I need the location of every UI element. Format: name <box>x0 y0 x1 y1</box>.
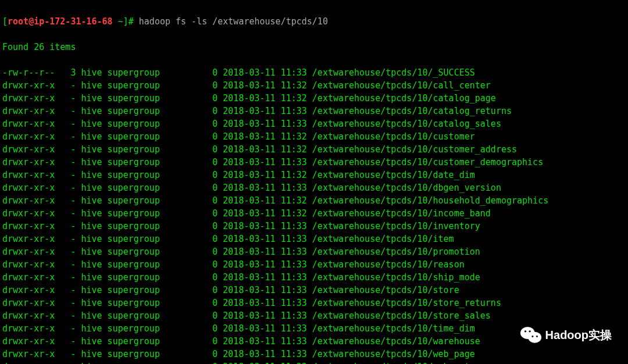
prompt-sep <box>113 16 118 27</box>
file-row: drwxr-xr-x - hive supergroup 0 2018-03-1… <box>2 297 626 309</box>
prompt-open: [ <box>2 16 8 27</box>
file-row: drwxr-xr-x - hive supergroup 0 2018-03-1… <box>2 105 626 117</box>
prompt-line-1: [root@ip-172-31-16-68 ~]# hadoop fs -ls … <box>2 15 626 28</box>
wechat-icon <box>520 325 542 345</box>
svg-point-5 <box>536 336 537 337</box>
svg-point-3 <box>529 330 530 332</box>
svg-point-1 <box>528 332 541 343</box>
svg-point-4 <box>531 336 533 337</box>
file-row: drwxr-xr-x - hive supergroup 0 2018-03-1… <box>2 309 626 322</box>
file-row: drwxr-xr-x - hive supergroup 0 2018-03-1… <box>2 258 626 271</box>
file-row: drwxr-xr-x - hive supergroup 0 2018-03-1… <box>2 220 626 233</box>
found-items-line: Found 26 items <box>2 41 626 53</box>
prompt-close: ]# <box>123 16 134 27</box>
file-row: drwxr-xr-x - hive supergroup 0 2018-03-1… <box>2 117 626 130</box>
file-row: drwxr-xr-x - hive supergroup 0 2018-03-1… <box>2 143 626 156</box>
prompt-path: ~ <box>118 16 123 27</box>
file-row: drwxr-xr-x - hive supergroup 0 2018-03-1… <box>2 194 626 207</box>
svg-point-2 <box>524 330 526 332</box>
prompt-user: root@ip-172-31-16-68 <box>8 16 113 27</box>
terminal[interactable]: [root@ip-172-31-16-68 ~]# hadoop fs -ls … <box>0 0 628 364</box>
watermark: Hadoop实操 <box>520 325 612 345</box>
watermark-text: Hadoop实操 <box>545 327 612 343</box>
file-row: drwxr-xr-x - hive supergroup 0 2018-03-1… <box>2 233 626 245</box>
file-row: drwxr-xr-x - hive supergroup 0 2018-03-1… <box>2 271 626 284</box>
file-row: drwxr-xr-x - hive supergroup 0 2018-03-1… <box>2 92 626 105</box>
file-row: drwxr-xr-x - hive supergroup 0 2018-03-1… <box>2 156 626 169</box>
file-row: drwxr-xr-x - hive supergroup 0 2018-03-1… <box>2 181 626 194</box>
file-row: drwxr-xr-x - hive supergroup 0 2018-03-1… <box>2 348 626 361</box>
file-row: -rw-r--r-- 3 hive supergroup 0 2018-03-1… <box>2 66 626 79</box>
file-row: drwxr-xr-x - hive supergroup 0 2018-03-1… <box>2 169 626 181</box>
file-row: drwxr-xr-x - hive supergroup 0 2018-03-1… <box>2 207 626 220</box>
file-row: drwxr-xr-x - hive supergroup 0 2018-03-1… <box>2 79 626 92</box>
command-text: hadoop fs -ls /extwarehouse/tpcds/10 <box>139 16 328 27</box>
file-listing: -rw-r--r-- 3 hive supergroup 0 2018-03-1… <box>2 66 626 364</box>
file-row: drwxr-xr-x - hive supergroup 0 2018-03-1… <box>2 361 626 364</box>
file-row: drwxr-xr-x - hive supergroup 0 2018-03-1… <box>2 130 626 143</box>
file-row: drwxr-xr-x - hive supergroup 0 2018-03-1… <box>2 284 626 297</box>
file-row: drwxr-xr-x - hive supergroup 0 2018-03-1… <box>2 245 626 258</box>
